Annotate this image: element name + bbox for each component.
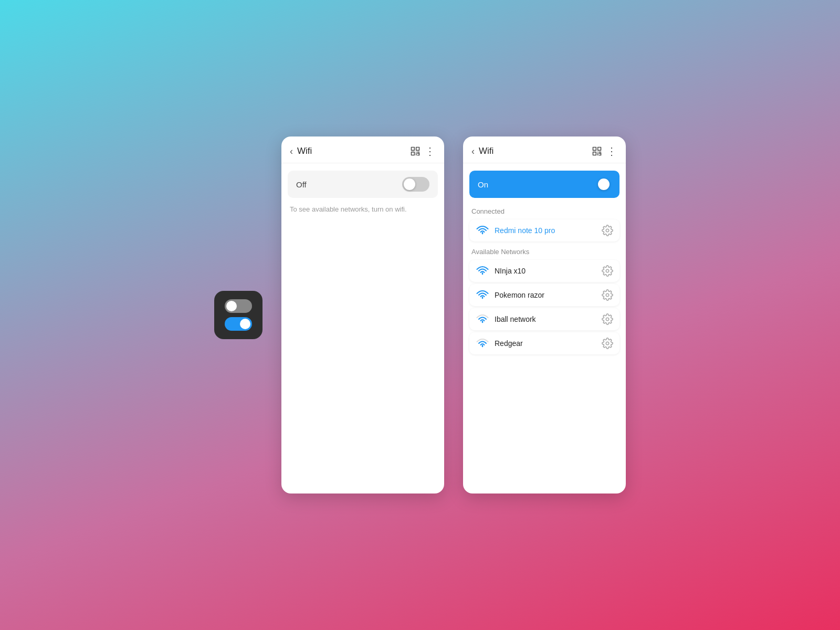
network-name: NInja x10 (495, 267, 526, 275)
scene: ‹ Wifi ⋮ Off To see available network (214, 136, 626, 494)
wifi-signal-icon-connected (476, 225, 489, 236)
svg-rect-1 (416, 148, 419, 151)
off-label: Off (296, 180, 307, 189)
off-card-header: ‹ Wifi ⋮ (281, 136, 444, 163)
connected-network-item[interactable]: Redmi note 10 pro (469, 219, 620, 242)
svg-rect-2 (412, 152, 415, 155)
back-arrow-off[interactable]: ‹ (290, 146, 293, 156)
toggle-knob-on (598, 178, 610, 190)
connected-network-left: Redmi note 10 pro (476, 225, 555, 236)
svg-point-21 (606, 318, 609, 321)
network-left: Pokemon razor (476, 290, 544, 300)
mini-toggle-off (225, 299, 252, 313)
off-toggle-row: Off (288, 171, 438, 198)
connected-label: Connected (463, 203, 626, 217)
svg-rect-11 (593, 152, 596, 155)
qr-icon-on[interactable] (592, 146, 602, 156)
network-left: Iball network (476, 314, 536, 324)
gear-icon-network[interactable] (602, 289, 613, 301)
on-label: On (478, 180, 488, 189)
icon-block (214, 291, 262, 339)
mini-toggle-on (225, 317, 252, 331)
on-toggle-row: On (469, 171, 620, 198)
mini-knob-on (240, 319, 250, 329)
wifi-signal-icon (476, 314, 489, 324)
wifi-signal-icon (476, 338, 489, 349)
more-icon-off[interactable]: ⋮ (425, 145, 436, 158)
wifi-off-card: ‹ Wifi ⋮ Off To see available network (281, 136, 444, 494)
gear-icon-connected[interactable] (602, 225, 613, 236)
svg-point-19 (606, 269, 609, 272)
off-card-title: Wifi (297, 146, 406, 156)
network-item[interactable]: Pokemon razor (469, 284, 620, 306)
available-label: Available Networks (463, 244, 626, 258)
network-left: NInja x10 (476, 266, 526, 276)
qr-icon-off[interactable] (410, 146, 421, 156)
svg-point-20 (606, 293, 609, 297)
network-item[interactable]: NInja x10 (469, 260, 620, 282)
more-icon-on[interactable]: ⋮ (606, 145, 617, 158)
mini-knob-off (226, 301, 237, 311)
svg-rect-10 (598, 148, 601, 151)
network-name: Redgear (495, 339, 523, 348)
on-card-title: Wifi (479, 146, 587, 156)
wifi-off-hint: To see available networks, turn on wifi. (281, 203, 444, 213)
gear-icon-network[interactable] (602, 313, 613, 325)
network-item[interactable]: Redgear (469, 332, 620, 354)
network-name: Pokemon razor (495, 291, 544, 299)
gear-icon-network[interactable] (602, 265, 613, 277)
svg-rect-0 (412, 148, 415, 151)
connected-network-name: Redmi note 10 pro (495, 226, 555, 235)
toggle-knob-off (404, 178, 415, 190)
gear-icon-network[interactable] (602, 338, 613, 349)
svg-rect-9 (593, 148, 596, 151)
on-card-header: ‹ Wifi ⋮ (463, 136, 626, 163)
network-name: Iball network (495, 315, 536, 323)
wifi-on-card: ‹ Wifi ⋮ On Connected (463, 136, 626, 494)
svg-point-18 (606, 229, 609, 232)
wifi-toggle-on[interactable] (584, 177, 611, 192)
svg-point-22 (606, 342, 609, 345)
back-arrow-on[interactable]: ‹ (471, 146, 475, 156)
network-list: NInja x10 Pokemon razor (463, 258, 626, 356)
wifi-signal-icon (476, 266, 489, 276)
wifi-toggle-off[interactable] (402, 177, 429, 192)
wifi-signal-icon (476, 290, 489, 300)
network-left: Redgear (476, 338, 523, 349)
network-item[interactable]: Iball network (469, 308, 620, 330)
